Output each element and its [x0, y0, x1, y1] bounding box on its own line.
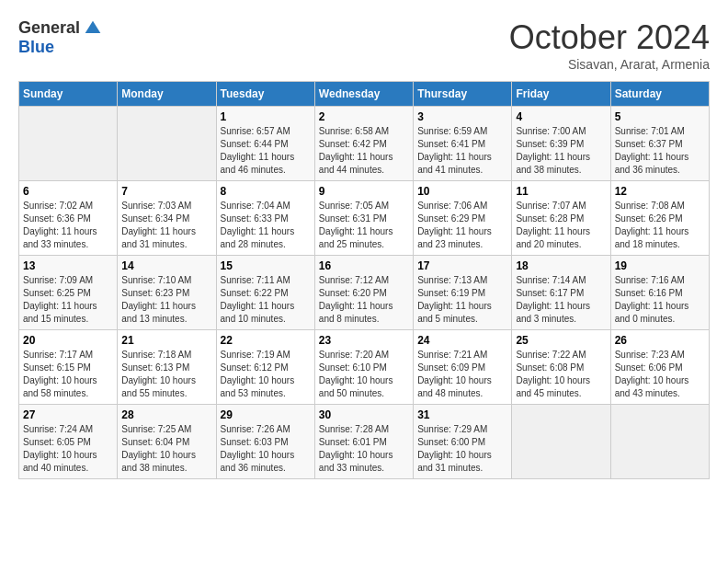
day-number: 16: [319, 259, 409, 272]
day-number: 31: [417, 408, 507, 421]
day-info: Sunrise: 7:05 AMSunset: 6:31 PMDaylight:…: [319, 200, 409, 251]
day-number: 29: [221, 408, 311, 421]
week-row-4: 20Sunrise: 7:17 AMSunset: 6:15 PMDayligh…: [19, 330, 710, 405]
day-number: 28: [121, 408, 211, 421]
day-info: Sunrise: 7:26 AMSunset: 6:03 PMDaylight:…: [221, 423, 311, 475]
header-row: SundayMondayTuesdayWednesdayThursdayFrid…: [19, 82, 710, 107]
day-info: Sunrise: 7:23 AMSunset: 6:06 PMDaylight:…: [615, 349, 705, 400]
day-number: 10: [417, 185, 507, 198]
day-cell: [19, 107, 118, 181]
day-number: 11: [516, 185, 606, 198]
day-info: Sunrise: 7:02 AMSunset: 6:36 PMDaylight:…: [23, 200, 113, 251]
header-tuesday: Tuesday: [216, 82, 314, 107]
day-info: Sunrise: 7:00 AMSunset: 6:39 PMDaylight:…: [516, 125, 606, 177]
day-number: 7: [121, 185, 211, 198]
day-cell: 22Sunrise: 7:19 AMSunset: 6:12 PMDayligh…: [216, 330, 314, 405]
day-cell: 26Sunrise: 7:23 AMSunset: 6:06 PMDayligh…: [610, 330, 709, 405]
day-number: 14: [121, 259, 211, 272]
day-cell: 17Sunrise: 7:13 AMSunset: 6:19 PMDayligh…: [414, 256, 512, 330]
day-info: Sunrise: 7:07 AMSunset: 6:28 PMDaylight:…: [516, 200, 606, 251]
day-info: Sunrise: 7:24 AMSunset: 6:05 PMDaylight:…: [23, 423, 113, 475]
day-info: Sunrise: 6:59 AMSunset: 6:41 PMDaylight:…: [417, 125, 507, 177]
day-number: 12: [615, 185, 705, 198]
day-number: 22: [221, 334, 311, 347]
header-sunday: Sunday: [19, 82, 118, 107]
day-number: 4: [516, 110, 606, 123]
day-info: Sunrise: 7:16 AMSunset: 6:16 PMDaylight:…: [615, 274, 705, 326]
day-cell: 1Sunrise: 6:57 AMSunset: 6:44 PMDaylight…: [216, 107, 314, 181]
day-cell: 18Sunrise: 7:14 AMSunset: 6:17 PMDayligh…: [512, 256, 610, 330]
day-number: 24: [417, 334, 507, 347]
logo-icon: [84, 19, 102, 38]
day-cell: 31Sunrise: 7:29 AMSunset: 6:00 PMDayligh…: [414, 405, 512, 479]
day-cell: 29Sunrise: 7:26 AMSunset: 6:03 PMDayligh…: [216, 405, 314, 479]
week-row-2: 6Sunrise: 7:02 AMSunset: 6:36 PMDaylight…: [19, 181, 710, 256]
day-info: Sunrise: 7:04 AMSunset: 6:33 PMDaylight:…: [221, 200, 311, 251]
calendar-table: SundayMondayTuesdayWednesdayThursdayFrid…: [18, 81, 710, 479]
day-cell: [610, 405, 709, 479]
day-number: 20: [23, 334, 113, 347]
location-subtitle: Sisavan, Ararat, Armenia: [509, 57, 710, 72]
day-cell: [512, 405, 610, 479]
day-cell: 15Sunrise: 7:11 AMSunset: 6:22 PMDayligh…: [216, 256, 314, 330]
header-friday: Friday: [512, 82, 610, 107]
day-number: 21: [121, 334, 211, 347]
day-number: 23: [319, 334, 409, 347]
day-cell: 21Sunrise: 7:18 AMSunset: 6:13 PMDayligh…: [118, 330, 216, 405]
day-cell: 27Sunrise: 7:24 AMSunset: 6:05 PMDayligh…: [19, 405, 118, 479]
day-number: 9: [319, 185, 409, 198]
day-number: 27: [23, 408, 113, 421]
day-cell: 5Sunrise: 7:01 AMSunset: 6:37 PMDaylight…: [610, 107, 709, 181]
day-cell: 16Sunrise: 7:12 AMSunset: 6:20 PMDayligh…: [314, 256, 413, 330]
day-number: 8: [221, 185, 311, 198]
month-title: October 2024: [509, 18, 710, 57]
day-number: 25: [516, 334, 606, 347]
day-number: 15: [221, 259, 311, 272]
logo-blue-text: Blue: [18, 38, 54, 57]
day-number: 30: [319, 408, 409, 421]
day-number: 17: [417, 259, 507, 272]
day-cell: 9Sunrise: 7:05 AMSunset: 6:31 PMDaylight…: [314, 181, 413, 256]
day-number: 2: [319, 110, 409, 123]
day-info: Sunrise: 7:14 AMSunset: 6:17 PMDaylight:…: [516, 274, 606, 326]
header-wednesday: Wednesday: [314, 82, 413, 107]
day-cell: 2Sunrise: 6:58 AMSunset: 6:42 PMDaylight…: [314, 107, 413, 181]
day-number: 5: [615, 110, 705, 123]
day-cell: 30Sunrise: 7:28 AMSunset: 6:01 PMDayligh…: [314, 405, 413, 479]
week-row-1: 1Sunrise: 6:57 AMSunset: 6:44 PMDaylight…: [19, 107, 710, 181]
day-info: Sunrise: 7:09 AMSunset: 6:25 PMDaylight:…: [23, 274, 113, 326]
day-info: Sunrise: 7:10 AMSunset: 6:23 PMDaylight:…: [121, 274, 211, 326]
header-thursday: Thursday: [414, 82, 512, 107]
day-cell: 14Sunrise: 7:10 AMSunset: 6:23 PMDayligh…: [118, 256, 216, 330]
day-info: Sunrise: 7:28 AMSunset: 6:01 PMDaylight:…: [319, 423, 409, 475]
day-info: Sunrise: 6:57 AMSunset: 6:44 PMDaylight:…: [221, 125, 311, 177]
header-saturday: Saturday: [610, 82, 709, 107]
logo-general-text: General: [18, 18, 80, 38]
day-cell: 24Sunrise: 7:21 AMSunset: 6:09 PMDayligh…: [414, 330, 512, 405]
day-cell: 28Sunrise: 7:25 AMSunset: 6:04 PMDayligh…: [118, 405, 216, 479]
day-info: Sunrise: 7:18 AMSunset: 6:13 PMDaylight:…: [121, 349, 211, 400]
day-cell: 4Sunrise: 7:00 AMSunset: 6:39 PMDaylight…: [512, 107, 610, 181]
day-info: Sunrise: 7:19 AMSunset: 6:12 PMDaylight:…: [221, 349, 311, 400]
day-info: Sunrise: 7:08 AMSunset: 6:26 PMDaylight:…: [615, 200, 705, 251]
day-number: 1: [221, 110, 311, 123]
day-info: Sunrise: 7:03 AMSunset: 6:34 PMDaylight:…: [121, 200, 211, 251]
logo: General Blue: [18, 18, 102, 57]
day-number: 6: [23, 185, 113, 198]
day-info: Sunrise: 7:17 AMSunset: 6:15 PMDaylight:…: [23, 349, 113, 400]
day-info: Sunrise: 7:01 AMSunset: 6:37 PMDaylight:…: [615, 125, 705, 177]
day-cell: 7Sunrise: 7:03 AMSunset: 6:34 PMDaylight…: [118, 181, 216, 256]
day-cell: 13Sunrise: 7:09 AMSunset: 6:25 PMDayligh…: [19, 256, 118, 330]
week-row-5: 27Sunrise: 7:24 AMSunset: 6:05 PMDayligh…: [19, 405, 710, 479]
day-cell: 3Sunrise: 6:59 AMSunset: 6:41 PMDaylight…: [414, 107, 512, 181]
day-info: Sunrise: 7:06 AMSunset: 6:29 PMDaylight:…: [417, 200, 507, 251]
day-info: Sunrise: 7:29 AMSunset: 6:00 PMDaylight:…: [417, 423, 507, 475]
day-info: Sunrise: 6:58 AMSunset: 6:42 PMDaylight:…: [319, 125, 409, 177]
day-info: Sunrise: 7:20 AMSunset: 6:10 PMDaylight:…: [319, 349, 409, 400]
day-info: Sunrise: 7:22 AMSunset: 6:08 PMDaylight:…: [516, 349, 606, 400]
page-header: General Blue October 2024 Sisavan, Arara…: [18, 18, 710, 72]
week-row-3: 13Sunrise: 7:09 AMSunset: 6:25 PMDayligh…: [19, 256, 710, 330]
day-cell: 25Sunrise: 7:22 AMSunset: 6:08 PMDayligh…: [512, 330, 610, 405]
day-cell: 11Sunrise: 7:07 AMSunset: 6:28 PMDayligh…: [512, 181, 610, 256]
day-cell: 10Sunrise: 7:06 AMSunset: 6:29 PMDayligh…: [414, 181, 512, 256]
